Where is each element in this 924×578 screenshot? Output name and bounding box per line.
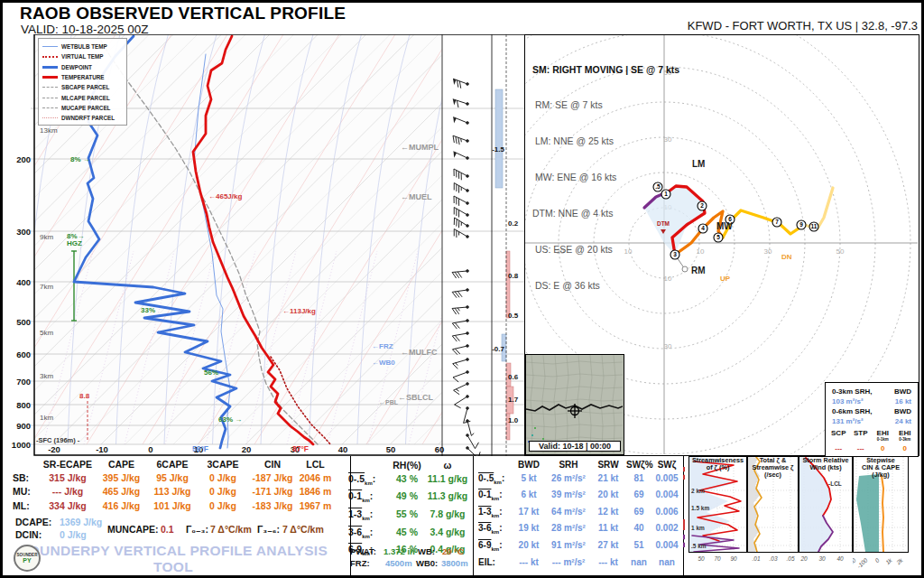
annotation-rh-63pct: 63% → <box>218 415 242 424</box>
temp-tick-label: 0 <box>148 444 152 454</box>
table-value: 26 m²/s² <box>547 472 590 489</box>
panel-x-tick: .03 <box>769 555 777 562</box>
table-value: 395 J/kg <box>96 471 147 485</box>
height-label: 3km <box>40 372 53 380</box>
column-header: CIN <box>248 458 297 471</box>
spacer <box>478 459 511 472</box>
kinematics-table: BWDSRHSRWSWζ%SWζ0-.5km:5 kt26 m²/s²21 kt… <box>478 459 682 569</box>
table-value: nan <box>651 556 682 570</box>
annotation-wb0: ←WB0 <box>372 359 395 367</box>
wb0-value: 3800m <box>441 558 468 568</box>
panel-y-label: .5 km <box>691 543 707 549</box>
skewt-panel: 2003004005006007008009001000-20-10010203… <box>7 34 529 456</box>
table-value: --- kt <box>511 556 547 570</box>
omega-value: -0.7 <box>492 345 504 353</box>
height-label: 13km <box>40 126 58 135</box>
pressure-label: 200 <box>16 154 31 164</box>
annotation-muel: ←MUEL <box>401 192 432 201</box>
composite-headers: SCP STP EHI0-1km EHI0-3km <box>827 428 916 442</box>
row-label: 0-.5km: <box>348 472 390 490</box>
table-value: 40 <box>626 522 651 539</box>
annotation-pbl: ←PBL <box>379 399 399 406</box>
panel-x-tick: 1k <box>884 556 893 565</box>
table-value: 51 <box>626 539 651 556</box>
surface-label: -SFC (196m) - <box>36 436 80 444</box>
composite-values: --- --- 0 0 <box>827 443 916 453</box>
column-header: SWζ <box>651 459 682 472</box>
omega-value: 0.5 <box>508 312 519 320</box>
virtual-line-sample <box>42 56 58 58</box>
srh-0-3-values: 103 m²/s²16 kt <box>827 396 916 406</box>
column-header: ω <box>424 459 471 472</box>
label-lm: LM <box>692 159 705 169</box>
legend-item: MUCAPE PARCEL <box>42 103 125 113</box>
srh-0-6-header: 0-6km SRH,BWD <box>827 406 916 416</box>
height-label: 1km <box>40 414 53 422</box>
table-value: 91 m²/s² <box>547 539 590 556</box>
table-value: 12 kt <box>590 506 626 523</box>
table-value: 95 J/kg <box>147 471 198 485</box>
table-value: 0.005 <box>651 472 682 489</box>
temp-tick-label: 50 <box>386 444 396 454</box>
row-label: 6-9km: <box>478 539 511 556</box>
ring-label: 50 <box>836 247 845 256</box>
table-value: 1846 m <box>297 485 334 499</box>
srh-stats-box: 0-3km SRH,BWD 103 m²/s²16 kt 0-6km SRH,B… <box>825 382 919 457</box>
panel-x-tick: 90 <box>730 555 737 562</box>
storm-motion-rm: RM: SE @ 7 kts <box>532 99 679 111</box>
table-value: 0.002 <box>651 522 682 539</box>
divider <box>350 456 351 575</box>
row-label: MU: <box>13 485 40 499</box>
height-label: 9km <box>40 233 53 241</box>
parcel-line-sample <box>42 98 58 98</box>
srh-0-3-header: 0-3km SRH,BWD <box>827 387 916 396</box>
panel-x-tick: -100 <box>855 556 869 569</box>
temperature-line-sample <box>42 76 58 79</box>
omega-value: 0.6 <box>508 373 519 381</box>
svg-text:5: 5 <box>716 234 720 240</box>
map-caption: Valid: 10-18 | 00:00 <box>529 441 621 452</box>
height-marker-4: 4 <box>698 224 707 233</box>
svg-text:7: 7 <box>775 219 779 225</box>
storm-motion-ds: DS: E @ 36 kts <box>532 280 679 292</box>
annotation-frz: ←FRZ <box>372 342 393 350</box>
inflow-marker <box>683 467 685 480</box>
row-label: EIL: <box>478 556 511 570</box>
table-value: 20 kt <box>590 489 626 506</box>
table-value: 465 J/kg <box>96 485 147 499</box>
footer: SOUNDERPY VERTICAL PROFILE ANALYSIS TOOL… <box>13 543 334 578</box>
annotation-rh-56pct: 56% <box>204 368 218 377</box>
omega-value: -1.5 <box>492 145 504 154</box>
skewt-legend: WETBULB TEMPVIRTUAL TEMPDEWPOINTTEMPERAT… <box>38 38 127 126</box>
pressure-label: 300 <box>16 227 31 237</box>
parcel-line-sample <box>42 87 58 88</box>
table-value: 64 m²/s² <box>547 506 590 523</box>
panel-x-tick: 50 <box>698 555 705 562</box>
table-value: 0.006 <box>651 506 682 523</box>
annotation-hgz: HGZ <box>67 239 82 247</box>
column-header: SR-ECAPE <box>40 458 96 471</box>
row-label: 0-1km: <box>478 489 511 506</box>
table-value: 334 J/kg <box>40 499 96 513</box>
mini-panel-3: -200-10001k2kStepwiseCIN & CAPE(J/kg) <box>853 456 909 572</box>
panel-x-tick: 2k <box>894 556 904 566</box>
brand-title: SOUNDERPY VERTICAL PROFILE ANALYSIS TOOL <box>13 543 334 575</box>
lapse-3-6-value: 7 Δ°C/km <box>282 524 324 535</box>
storm-motion-dtm: DTM: NNE @ 4 kts <box>532 208 679 219</box>
table-value: 7.8 g/kg <box>424 508 471 526</box>
dcin-value: 0 J/kg <box>60 529 87 540</box>
legend-label: WETBULB TEMP <box>61 43 107 50</box>
dcape-label: DCAPE: <box>15 517 51 527</box>
lapse-0-3-value: 7 Δ°C/km <box>210 524 252 535</box>
table-value: 43 % <box>390 472 424 490</box>
pressure-label: 900 <box>16 421 31 431</box>
table-value: 5 kt <box>511 472 547 489</box>
table-value: 0 J/kg <box>198 499 248 513</box>
wb-label: WB: <box>418 546 435 556</box>
height-marker-2: 2 <box>698 201 707 210</box>
table-value: 11 kt <box>590 522 626 539</box>
svg-text:9: 9 <box>799 221 803 228</box>
table-value: 113 J/kg <box>147 485 198 499</box>
column-header: 3CAPE <box>198 458 248 471</box>
temp-tick-label: 20 <box>242 444 252 454</box>
